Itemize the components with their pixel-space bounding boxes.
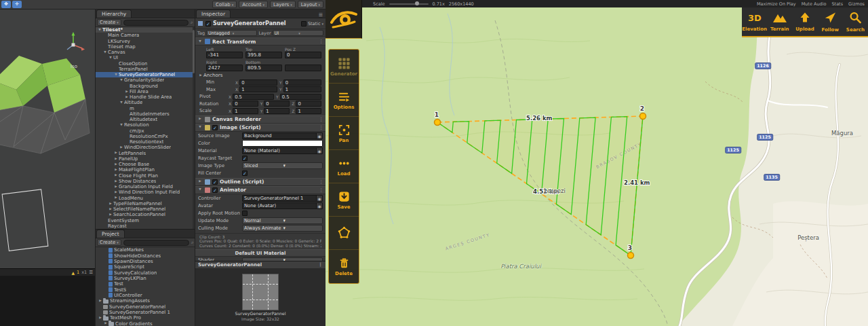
hierarchy-item[interactable]: ▼GranularitySlider xyxy=(96,77,195,83)
foldout-arrow-icon[interactable]: ▶ xyxy=(197,180,203,183)
layers-dropdown[interactable]: Layers▾ xyxy=(270,1,296,8)
hierarchy-item[interactable]: ▶MakeFlightPlan xyxy=(96,167,195,173)
sidebar-item-polygon[interactable] xyxy=(329,217,359,250)
hierarchy-item[interactable]: ▼SurveyGeneratorPannel xyxy=(96,72,195,77)
scene-viewport[interactable]: Iso xyxy=(0,10,95,268)
section-animator[interactable]: ▼ ✓ Animator ⋮ xyxy=(195,186,326,194)
toolbar-item-terrain[interactable]: Terrain xyxy=(767,7,792,36)
hierarchy-item[interactable]: TerrainPanel xyxy=(96,67,195,72)
axis-value-field[interactable]: 1 xyxy=(296,108,321,114)
project-asset-item[interactable]: ShowHideDistances xyxy=(96,253,195,258)
slider-knob[interactable] xyxy=(415,1,419,5)
hierarchy-item[interactable]: cm/px xyxy=(96,128,195,134)
toolbar-item-search[interactable]: Search xyxy=(843,7,868,36)
hierarchy-item[interactable]: ▶Handle Slide Area xyxy=(96,94,195,100)
hierarchy-item[interactable]: ▼Tileset* xyxy=(96,27,195,33)
grid-value-field[interactable]: 0 xyxy=(285,52,321,58)
gizmos-dropdown[interactable]: Gizmos xyxy=(848,1,865,7)
axis-value-field[interactable]: 1 xyxy=(233,108,258,114)
toolbar-item-elevation[interactable]: 3DElevation xyxy=(742,7,767,36)
axis-value-field[interactable]: 0.5 xyxy=(233,94,274,100)
component-enabled-checkbox[interactable]: ✓ xyxy=(212,179,218,185)
section-image[interactable]: ▼ ✓ Image (Script) ⋮ xyxy=(195,124,326,132)
maximize-on-play-toggle[interactable]: Maximize On Play xyxy=(757,1,796,7)
project-asset-item[interactable]: ▶StreamingAssets xyxy=(96,298,195,304)
checkbox[interactable] xyxy=(242,211,248,216)
hierarchy-item[interactable]: LKSurvey xyxy=(96,39,195,44)
material-header[interactable]: Default UI Material xyxy=(195,249,326,257)
hierarchy-item[interactable]: Main Camera xyxy=(96,33,195,38)
sidebar-item-pan[interactable]: Pan xyxy=(329,117,359,150)
tab-hierarchy[interactable]: Hierarchy xyxy=(96,10,132,18)
component-menu-icon[interactable]: ⋮ xyxy=(319,125,323,130)
project-asset-item[interactable]: SurveyLKPlan xyxy=(96,276,195,281)
object-picker-icon[interactable]: ◉ xyxy=(316,133,322,139)
section-rect-transform[interactable]: ▼ Rect Transform ⋮ xyxy=(195,37,326,46)
project-asset-item[interactable]: SurveyGeneratorPannel xyxy=(96,304,195,309)
hierarchy-item[interactable]: ▼Canvas xyxy=(96,50,195,55)
expand-arrow-icon[interactable]: ▼ xyxy=(119,124,124,127)
active-checkbox[interactable]: ✓ xyxy=(205,21,211,26)
checkbox[interactable]: ✓ xyxy=(242,170,248,176)
axis-value-field[interactable]: 0 xyxy=(264,101,290,107)
component-menu-icon[interactable]: ⋮ xyxy=(319,187,323,193)
sidebar-item-options[interactable]: Options xyxy=(329,84,359,117)
color-swatch-field[interactable] xyxy=(242,140,323,147)
foldout-arrow-icon[interactable]: ▶ xyxy=(197,117,203,121)
section-outline[interactable]: ▶ ✓ Outline (Script) ⋮ xyxy=(195,178,326,186)
account-button[interactable]: Account▾ xyxy=(239,1,268,8)
iso-mode-label[interactable]: Iso xyxy=(71,64,77,69)
object-picker-icon[interactable]: ◉ xyxy=(316,148,322,153)
pan-tool-icon[interactable]: ✥ xyxy=(1,1,11,8)
project-asset-item[interactable]: TestS xyxy=(96,287,195,292)
axis-value-field[interactable]: 0.5 xyxy=(280,94,321,100)
project-asset-item[interactable]: ▶Color Gradients xyxy=(96,321,195,326)
hierarchy-item[interactable]: Tileset map xyxy=(96,44,195,50)
toolbar-item-upload[interactable]: Upload xyxy=(792,7,817,36)
component-menu-icon[interactable]: ⋮ xyxy=(319,179,323,185)
grid-value-field[interactable]: 395.8 xyxy=(245,52,282,58)
hierarchy-create-button[interactable]: Create▾ xyxy=(97,19,121,26)
hierarchy-item[interactable]: ▼Resolution xyxy=(96,122,195,128)
hierarchy-search-input[interactable] xyxy=(123,20,189,26)
hierarchy-item[interactable]: ▶Granulation Input Field xyxy=(96,184,195,189)
expand-arrow-icon[interactable]: ▶ xyxy=(113,196,119,200)
expand-arrow-icon[interactable]: ▼ xyxy=(97,29,102,32)
hierarchy-item[interactable]: ▶PanelUp xyxy=(96,156,195,162)
hierarchy-item[interactable]: ▶Close Flight Plan xyxy=(96,173,195,179)
hierarchy-item[interactable]: ▶SearchLocationPannel xyxy=(96,212,195,217)
static-toggle[interactable]: Static ▾ xyxy=(301,21,323,26)
grid-value-field[interactable] xyxy=(285,65,321,71)
expand-arrow-icon[interactable]: ▶ xyxy=(113,185,119,189)
expand-arrow-icon[interactable]: ▶ xyxy=(113,191,119,194)
grid-value-field[interactable]: 2427 xyxy=(206,65,243,71)
hierarchy-item[interactable]: ▶Wind Direction Input Field xyxy=(96,189,195,195)
expand-arrow-icon[interactable]: ▶ xyxy=(108,208,113,211)
object-picker-icon[interactable]: ◉ xyxy=(316,203,322,209)
hierarchy-item[interactable]: ▶LoadMenu xyxy=(96,196,195,201)
expand-arrow-icon[interactable]: ▶ xyxy=(108,213,113,217)
expand-arrow-icon[interactable]: ▶ xyxy=(113,151,119,155)
project-asset-item[interactable]: Test xyxy=(96,281,195,287)
hierarchy-item[interactable]: ▶TypeFileNamePannel xyxy=(96,201,195,206)
project-asset-item[interactable]: SurveyCalculation xyxy=(96,270,195,275)
dropdown-field[interactable]: Always Animate▾ xyxy=(242,225,323,232)
stats-toggle[interactable]: Stats xyxy=(831,1,843,7)
project-asset-item[interactable]: SurveyGeneratorPannel 1 xyxy=(96,310,195,315)
expand-arrow-icon[interactable]: ▶ xyxy=(113,168,119,172)
hierarchy-item[interactable]: ▶Choose Base xyxy=(96,162,195,167)
object-picker-icon[interactable]: ◉ xyxy=(316,196,322,201)
axis-value-field[interactable]: 1 xyxy=(283,86,321,92)
expand-arrow-icon[interactable]: ▶ xyxy=(98,316,103,320)
expand-arrow-icon[interactable]: ▶ xyxy=(113,163,119,166)
expand-arrow-icon[interactable]: ▶ xyxy=(113,174,119,177)
expand-arrow-icon[interactable]: ▶ xyxy=(108,202,113,206)
survey-area-outline[interactable] xyxy=(437,116,643,255)
tab-inspector[interactable]: Inspector xyxy=(196,10,231,18)
project-asset-item[interactable]: SpawnDistances xyxy=(96,259,195,264)
tag-dropdown[interactable]: Untagged▾ xyxy=(206,30,257,36)
expand-arrow-icon[interactable]: ▼ xyxy=(119,79,124,82)
project-create-button[interactable]: Create▾ xyxy=(97,239,121,246)
layer-dropdown[interactable]: UI▾ xyxy=(273,30,323,36)
project-search-input[interactable] xyxy=(123,240,189,246)
